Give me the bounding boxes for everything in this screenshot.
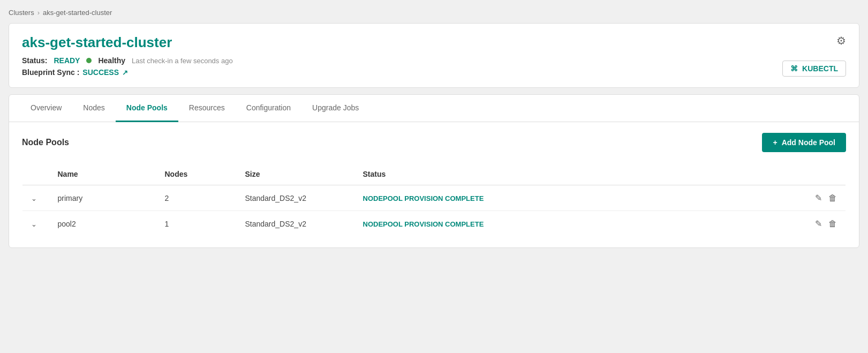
breadcrumb: Clusters › aks-get-started-cluster bbox=[9, 9, 859, 17]
delete-icon[interactable]: 🗑 bbox=[828, 193, 837, 203]
status-label: Status: bbox=[22, 56, 47, 65]
delete-icon[interactable]: 🗑 bbox=[828, 219, 837, 229]
tab-configuration[interactable]: Configuration bbox=[236, 95, 301, 122]
tab-overview[interactable]: Overview bbox=[20, 95, 72, 122]
tab-node-pools[interactable]: Node Pools bbox=[116, 95, 178, 122]
breadcrumb-separator: › bbox=[37, 9, 40, 17]
blueprint-label: Blueprint Sync : bbox=[22, 68, 79, 77]
breadcrumb-current: aks-get-started-cluster bbox=[43, 9, 112, 17]
pool-name: pool2 bbox=[49, 211, 156, 237]
section-title: Node Pools bbox=[22, 138, 69, 147]
tab-resources[interactable]: Resources bbox=[178, 95, 236, 122]
pool-status: NODEPOOL PROVISION COMPLETE bbox=[363, 194, 484, 202]
terminal-icon: ⌘ bbox=[790, 64, 798, 73]
cluster-card: aks-get-started-cluster Status: READY He… bbox=[9, 23, 859, 88]
col-header-name: Name bbox=[49, 163, 156, 185]
tab-nodes[interactable]: Nodes bbox=[72, 95, 115, 122]
settings-icon[interactable]: ⚙ bbox=[836, 34, 846, 47]
blueprint-row: Blueprint Sync : SUCCESS ↗ bbox=[22, 68, 846, 77]
col-header-size: Size bbox=[237, 163, 354, 185]
edit-icon[interactable]: ✎ bbox=[815, 193, 822, 203]
table-row: ⌄ pool2 1 Standard_DS2_v2 NODEPOOL PROVI… bbox=[22, 211, 846, 237]
kubectl-label: KUBECTL bbox=[802, 64, 838, 73]
pool-nodes: 2 bbox=[156, 185, 237, 211]
kubectl-button[interactable]: ⌘ KUBECTL bbox=[782, 61, 846, 77]
pool-status: NODEPOOL PROVISION COMPLETE bbox=[363, 220, 484, 228]
col-header-nodes: Nodes bbox=[156, 163, 237, 185]
pool-size: Standard_DS2_v2 bbox=[237, 185, 354, 211]
node-pools-table: Name Nodes Size Status ⌄ primary 2 Stand… bbox=[22, 163, 846, 237]
col-header-actions bbox=[792, 163, 846, 185]
table-header-row: Name Nodes Size Status bbox=[22, 163, 846, 185]
pool-size: Standard_DS2_v2 bbox=[237, 211, 354, 237]
col-header-status: Status bbox=[354, 163, 792, 185]
edit-icon[interactable]: ✎ bbox=[815, 219, 822, 229]
table-row: ⌄ primary 2 Standard_DS2_v2 NODEPOOL PRO… bbox=[22, 185, 846, 211]
expand-icon[interactable]: ⌄ bbox=[31, 194, 37, 202]
health-text: Healthy bbox=[98, 56, 125, 65]
status-row: Status: READY Healthy Last check-in a fe… bbox=[22, 56, 846, 65]
add-icon: + bbox=[773, 138, 777, 147]
col-header-expand bbox=[22, 163, 49, 185]
cluster-title: aks-get-started-cluster bbox=[22, 34, 846, 51]
pool-nodes: 1 bbox=[156, 211, 237, 237]
status-value: READY bbox=[54, 56, 80, 65]
add-node-pool-button[interactable]: + Add Node Pool bbox=[762, 133, 846, 152]
health-dot-icon bbox=[86, 58, 92, 63]
section-header: Node Pools + Add Node Pool bbox=[22, 133, 846, 152]
tab-upgrade-jobs[interactable]: Upgrade Jobs bbox=[301, 95, 369, 122]
pool-name: primary bbox=[49, 185, 156, 211]
add-button-label: Add Node Pool bbox=[782, 138, 835, 147]
breadcrumb-parent[interactable]: Clusters bbox=[9, 9, 34, 17]
external-link-icon[interactable]: ↗ bbox=[122, 69, 128, 77]
expand-icon[interactable]: ⌄ bbox=[31, 220, 37, 228]
main-card: Overview Nodes Node Pools Resources Conf… bbox=[9, 94, 859, 248]
last-checkin: Last check-in a few seconds ago bbox=[132, 57, 233, 65]
tab-bar: Overview Nodes Node Pools Resources Conf… bbox=[9, 95, 859, 122]
blueprint-value: SUCCESS bbox=[82, 68, 119, 77]
content-area: Node Pools + Add Node Pool Name Nodes Si… bbox=[9, 122, 859, 247]
